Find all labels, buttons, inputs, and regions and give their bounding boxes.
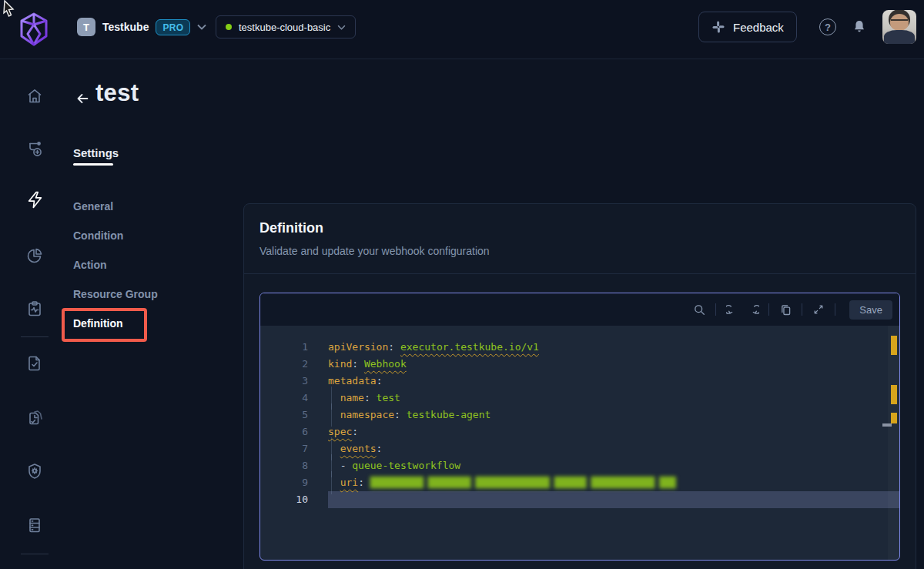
chevron-down-icon [337, 25, 346, 30]
clipboard-pulse-icon [25, 300, 44, 318]
expand-button[interactable] [808, 300, 829, 320]
definition-card: Definition Validate and update your webh… [243, 203, 916, 569]
home-icon [25, 87, 44, 105]
env-name: testkube-cloud-basic [239, 22, 330, 33]
page-title: test [95, 79, 139, 107]
code-line: 2kind: Webhook [260, 356, 899, 373]
code-line: 5 namespace: testkube-agent [260, 407, 899, 423]
warning-mark [891, 336, 897, 355]
testkube-logo [17, 11, 51, 48]
toolbar-separator [835, 303, 835, 316]
subnav-item-general[interactable]: General [73, 201, 158, 212]
line-number: 6 [260, 423, 308, 440]
redo-button[interactable] [742, 300, 762, 320]
yaml-editor: Save 1apiVersion: executor.testkube.io/v… [259, 293, 900, 561]
sidebar-divider [21, 554, 49, 554]
cursor-mark [882, 423, 892, 427]
sidebar-item-insights[interactable] [25, 246, 44, 265]
sidebar-item-webhooks[interactable] [25, 190, 44, 209]
sidebar-item-tests[interactable] [25, 354, 44, 373]
code-area[interactable]: 1apiVersion: executor.testkube.io/v12kin… [260, 326, 899, 561]
subnav-item-condition[interactable]: Condition [73, 230, 158, 241]
line-number: 3 [260, 373, 308, 390]
files-check-icon [25, 407, 45, 427]
icon-sidebar [0, 59, 69, 569]
code-line: 8 - queue-testworkflow [260, 457, 899, 474]
search-icon [693, 303, 706, 316]
save-button[interactable]: Save [849, 300, 892, 320]
feedback-button[interactable]: Feedback [698, 12, 797, 42]
org-name: Testkube [102, 21, 149, 33]
editor-toolbar: Save [260, 293, 899, 326]
org-initial-badge: T [77, 18, 95, 36]
toolbar-separator [715, 303, 716, 316]
redo-icon [746, 303, 759, 316]
sidebar-item-executors[interactable] [25, 462, 44, 480]
sidebar-divider [21, 336, 49, 337]
sidebar-item-home[interactable] [25, 87, 44, 105]
slack-icon [711, 20, 725, 34]
bell-icon[interactable] [852, 18, 867, 38]
subnav-item-action[interactable]: Action [73, 259, 158, 270]
card-subtitle: Validate and update your webhook configu… [259, 245, 900, 257]
top-header: T Testkube PRO testkube-cloud-basic Feed… [0, 0, 924, 59]
sidebar-item-triggers[interactable] [25, 139, 44, 158]
undo-button[interactable] [722, 300, 742, 320]
line-number: 10 [260, 491, 308, 508]
line-number: 2 [260, 356, 308, 373]
toolbar-separator [768, 303, 769, 316]
search-button[interactable] [689, 300, 709, 320]
help-icon[interactable]: ? [819, 18, 836, 35]
code-line: 9 uri: ██████████ ████████ █████████████… [260, 474, 899, 491]
code-line: 4 name: test [260, 390, 899, 407]
expand-icon [812, 303, 825, 316]
code-line: 7 events: [260, 440, 899, 457]
file-check-icon [25, 354, 44, 373]
undo-icon [726, 303, 739, 316]
line-number: 7 [260, 440, 308, 457]
server-icon [25, 516, 44, 534]
pie-chart-icon [25, 246, 44, 265]
sidebar-item-test-suites[interactable] [25, 407, 44, 426]
subnav-item-resource-group[interactable]: Resource Group [73, 289, 158, 300]
copy-icon [779, 303, 792, 316]
line-number: 9 [260, 474, 308, 491]
user-avatar[interactable] [882, 10, 916, 44]
editor-scrollbar[interactable] [888, 326, 899, 560]
lightning-icon [25, 190, 45, 209]
sidebar-item-monitoring[interactable] [25, 300, 44, 318]
subnav-item-definition[interactable]: Definition [73, 318, 158, 329]
code-line: 3metadata: [260, 373, 899, 390]
code-line: 10 [260, 491, 899, 508]
env-status-dot [226, 24, 232, 30]
line-number: 4 [260, 390, 308, 407]
line-number: 8 [260, 457, 308, 474]
warning-mark [891, 413, 897, 423]
definition-card-header: Definition Validate and update your webh… [244, 204, 916, 274]
back-button[interactable] [74, 90, 91, 107]
code-line: 1apiVersion: executor.testkube.io/v1 [260, 339, 899, 356]
flow-add-icon [25, 139, 44, 158]
feedback-label: Feedback [733, 21, 784, 34]
tab-active-underline [73, 163, 113, 166]
toolbar-separator [802, 303, 802, 316]
org-switcher[interactable]: T Testkube PRO [77, 18, 206, 36]
line-number: 5 [260, 407, 308, 423]
sidebar-item-sources[interactable] [25, 516, 44, 534]
line-number: 1 [260, 339, 308, 356]
tab-settings[interactable]: Settings [73, 146, 119, 159]
settings-subnav: GeneralConditionActionResource GroupDefi… [73, 201, 158, 347]
warning-mark [891, 385, 897, 404]
copy-button[interactable] [775, 300, 795, 320]
chevron-down-icon [197, 24, 206, 30]
card-title: Definition [259, 220, 900, 236]
code-line: 6spec: [260, 423, 899, 440]
shield-gear-icon [25, 462, 44, 480]
plan-badge: PRO [156, 19, 190, 35]
environment-selector[interactable]: testkube-cloud-basic [216, 15, 356, 38]
